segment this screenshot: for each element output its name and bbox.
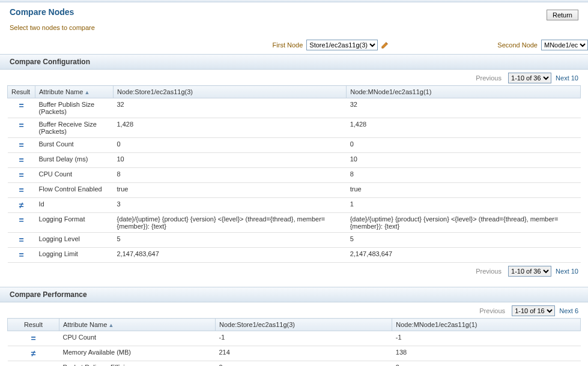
attr-cell: Buffer Publish Size (Packets) — [35, 98, 114, 118]
second-node-group: Second Node MNode1/ec2as1 — [497, 40, 588, 50]
config-table: Result Attribute Name▲ Node:Store1/ec2as… — [7, 85, 581, 263]
instruction-text: Select two nodes to compare — [0, 24, 588, 40]
pager-range-select[interactable]: 1-10 of 16 — [512, 305, 555, 316]
attr-cell: CPU Count — [35, 168, 114, 183]
return-button[interactable]: Return — [547, 10, 578, 20]
pager-config-bottom: Previous 1-10 of 36 Next 10 — [0, 263, 588, 278]
pager-range-select[interactable]: 1-10 of 36 — [508, 73, 551, 83]
value2-cell: 138 — [392, 346, 581, 361]
table-row: =Buffer Receive Size (Packets)1,4281,428 — [8, 118, 581, 138]
value2-cell: 10 — [347, 153, 581, 168]
equal-icon-cell: = — [8, 168, 35, 183]
value2-cell: -1 — [392, 331, 581, 346]
value1-cell: -1 — [216, 331, 392, 346]
value1-cell: 214 — [216, 346, 392, 361]
section-header-config: Compare Configuration — [0, 54, 588, 70]
equal-icon-cell: = — [8, 138, 35, 153]
pager-range-select[interactable]: 1-10 of 36 — [508, 266, 551, 277]
value2-cell: true — [347, 183, 581, 198]
attr-cell: Id — [35, 198, 114, 213]
equal-icon-cell: = — [8, 98, 35, 118]
equal-icon: = — [19, 185, 23, 195]
first-node-label: First Node — [273, 41, 303, 49]
col-header-attr[interactable]: Attribute Name▲ — [35, 86, 114, 98]
table-row: ≠Id31 — [8, 198, 581, 213]
table-row: =Buffer Publish Size (Packets)3232 — [8, 98, 581, 118]
col-header-node1[interactable]: Node:Store1/ec2as11g(3) — [114, 86, 347, 98]
pager-previous: Previous — [476, 74, 502, 82]
not-equal-icon: ≠ — [19, 200, 24, 210]
equal-icon-cell: = — [8, 183, 35, 198]
equal-icon-cell: = — [8, 118, 35, 138]
sort-asc-icon: ▲ — [108, 322, 114, 328]
value1-cell: 3 — [114, 198, 347, 213]
value2-cell: 5 — [347, 233, 581, 248]
value2-cell: 1,428 — [347, 118, 581, 138]
first-node-group: First Node Store1/ec2as11g(3) — [273, 40, 390, 50]
value2-cell: 1 — [347, 198, 581, 213]
pager-next-link[interactable]: Next 10 — [556, 74, 578, 82]
not-equal-icon-cell: ≠ — [8, 346, 59, 361]
value1-cell: 0 — [216, 361, 392, 367]
equal-icon: = — [19, 235, 23, 245]
attr-cell: Burst Count — [35, 138, 114, 153]
value1-cell: 5 — [114, 233, 347, 248]
equal-icon-cell: = — [8, 361, 59, 367]
value1-cell: true — [114, 183, 347, 198]
col-header-attr[interactable]: Attribute Name▲ — [59, 319, 216, 331]
pager-previous: Previous — [479, 307, 505, 314]
value2-cell: {date}/{uptime} {product} {version} <{le… — [347, 213, 581, 233]
col-header-node1[interactable]: Node:Store1/ec2as11g(3) — [216, 319, 392, 331]
pager-next-link[interactable]: Next 6 — [559, 307, 578, 314]
section-header-perf: Compare Performance — [0, 287, 588, 302]
attr-cell: Logging Level — [35, 233, 114, 248]
table-row: =CPU Count-1-1 — [8, 331, 581, 346]
col-header-result[interactable]: Result — [8, 319, 59, 331]
attr-cell: Logging Limit — [35, 248, 114, 263]
table-row: =Burst Delay (ms)1010 — [8, 153, 581, 168]
equal-icon-cell: = — [8, 233, 35, 248]
value1-cell: 2,147,483,647 — [114, 248, 347, 263]
sort-asc-icon: ▲ — [84, 89, 89, 95]
not-equal-icon-cell: ≠ — [8, 198, 35, 213]
value1-cell: 32 — [114, 98, 347, 118]
perf-table: Result Attribute Name▲ Node:Store1/ec2as… — [7, 318, 581, 366]
value1-cell: 0 — [114, 138, 347, 153]
attr-cell: Burst Delay (ms) — [35, 153, 114, 168]
first-node-select[interactable]: Store1/ec2as11g(3) — [306, 40, 378, 50]
attr-cell: CPU Count — [59, 331, 216, 346]
equal-icon-cell: = — [8, 331, 59, 346]
value2-cell: 32 — [347, 98, 581, 118]
edit-icon[interactable] — [381, 41, 389, 49]
equal-icon-cell: = — [8, 153, 35, 168]
second-node-label: Second Node — [497, 41, 538, 49]
pager-next-link[interactable]: Next 10 — [556, 268, 578, 275]
value1-cell: 1,428 — [114, 118, 347, 138]
attr-cell: Packet Delivery Efficiency — [59, 361, 216, 367]
value2-cell: 0 — [347, 138, 581, 153]
table-row: =Packet Delivery Efficiency00 — [8, 361, 581, 367]
equal-icon: = — [19, 140, 23, 150]
value1-cell: 10 — [114, 153, 347, 168]
value1-cell: 8 — [114, 168, 347, 183]
col-header-result[interactable]: Result — [8, 86, 35, 98]
attr-cell: Buffer Receive Size (Packets) — [35, 118, 114, 138]
pager-perf-top: Previous 1-10 of 16 Next 6 — [0, 302, 588, 318]
col-header-node2[interactable]: Node:MNode1/ec2as11g(1) — [392, 319, 581, 331]
equal-icon: = — [19, 101, 23, 110]
equal-icon: = — [19, 215, 23, 225]
attr-cell: Logging Format — [35, 213, 114, 233]
not-equal-icon: ≠ — [31, 349, 36, 358]
table-row: =Logging Level55 — [8, 233, 581, 248]
col-header-node2[interactable]: Node:MNode1/ec2as11g(1) — [347, 86, 581, 98]
table-row: =Flow Control Enabledtruetrue — [8, 183, 581, 198]
table-row: =CPU Count88 — [8, 168, 581, 183]
equal-icon: = — [19, 155, 23, 165]
equal-icon: = — [31, 364, 35, 366]
pager-previous: Previous — [476, 268, 502, 275]
equal-icon: = — [19, 250, 23, 260]
attr-cell: Flow Control Enabled — [35, 183, 114, 198]
second-node-select[interactable]: MNode1/ec2as1 — [541, 40, 588, 50]
table-row: =Burst Count00 — [8, 138, 581, 153]
value2-cell: 0 — [392, 361, 581, 367]
